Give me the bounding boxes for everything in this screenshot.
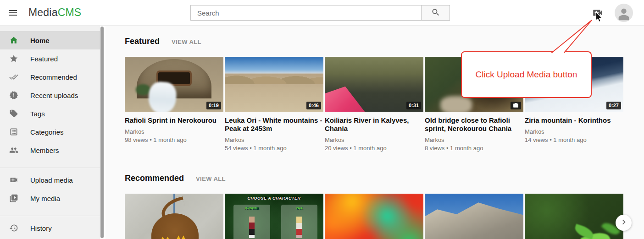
video-thumbnail[interactable]: 0:31 [325,57,423,112]
search-button[interactable] [421,5,450,21]
thumbnail-text: KWAME [233,206,270,210]
person-avatar-icon [616,4,632,22]
video-title[interactable]: Koiliaris River in Kalyves, Chania [325,116,423,133]
thumbnail-art [249,217,255,239]
video-thumbnail[interactable] [325,194,423,239]
sidebar-item-home[interactable]: Home [0,31,100,49]
search-form [190,5,450,21]
video-card [325,194,423,239]
thumbnail-art [573,224,595,239]
carousel-next-button[interactable] [616,215,632,231]
video-card: 0:19 Rafioli Sprint in Nerokourou Markos… [125,57,223,143]
sidebar-item-label: Recommended [30,73,77,81]
video-meta: 98 views • 1 month ago [125,136,223,143]
thumbnail-art: KWAME [233,205,270,239]
duration-badge: 0:31 [406,102,421,109]
logo-suffix: CMS [58,6,82,18]
recommended-section: Recommended VIEW ALL CHOOSE A CHARACTER … [125,174,644,239]
sidebar-scrollbar[interactable] [100,27,104,238]
video-thumbnail[interactable] [525,194,623,239]
video-meta: 14 views • 1 month ago [525,136,623,143]
video-title[interactable]: Old bridge close to Rafioli sprint, Nero… [425,116,523,133]
video-author: Markos [125,128,223,135]
sidebar-item-label: Upload media [30,176,73,184]
home-icon [9,36,18,45]
video-meta: 20 views • 1 month ago [325,145,423,152]
video-thumbnail[interactable] [125,194,223,239]
video-title[interactable]: Ziria mountain - Korinthos [525,116,623,125]
video-title[interactable]: Rafioli Sprint in Nerokourou [125,116,223,125]
video-card: CHOOSE A CHARACTER KWAME YAA Selected Se… [225,194,323,239]
new-releases-icon [9,91,18,100]
logo-prefix: Media [28,6,58,18]
thumbnail-art [325,87,376,112]
video-card: 0:31 Koiliaris River in Kalyves, Chania … [325,57,423,152]
sidebar-item-label: Recent uploads [30,92,78,99]
star-icon [9,54,18,63]
recommended-row: CHOOSE A CHARACTER KWAME YAA Selected Se… [125,194,644,239]
duration-badge: 0:19 [206,102,221,109]
video-author: Markos [225,136,323,143]
section-title: Recommended [125,174,184,183]
sidebar-item-label: History [30,224,52,232]
search-input[interactable] [190,5,421,21]
section-header: Featured VIEW ALL [125,37,644,46]
video-thumbnail[interactable]: CHOOSE A CHARACTER KWAME YAA Selected Se… [225,194,323,239]
thumbnail-art [225,70,323,84]
view-all-link[interactable]: VIEW ALL [172,38,201,45]
video-call-upload-icon [592,13,604,20]
sidebar-item-my-media[interactable]: My media [0,189,100,207]
sidebar-item-categories[interactable]: Categories [0,123,100,141]
thumbnail-text: YAA [281,206,318,210]
done-all-icon [9,72,18,81]
sidebar-item-label: Tags [30,110,45,118]
search-icon [431,8,440,18]
logo[interactable]: MediaCMS [28,6,81,19]
thumbnail-text: CHOOSE A CHARACTER [225,196,323,201]
view-all-link[interactable]: VIEW ALL [196,175,226,182]
thumbnail-art [147,81,177,112]
avatar[interactable] [615,4,633,22]
thumbnail-art [440,96,472,112]
top-bar: MediaCMS [0,0,644,26]
sidebar-item-featured[interactable]: Featured [0,49,100,68]
sidebar-divider [0,168,100,168]
sidebar-item-recommended[interactable]: Recommended [0,68,100,86]
video-thumbnail[interactable] [425,194,523,239]
sidebar-item-tags[interactable]: Tags [0,104,100,123]
annotation-text: Click Upload Media button [476,70,577,80]
history-icon [9,223,18,233]
video-library-icon [9,194,18,203]
sidebar-nav: Home Featured Recommended Recent uploads… [0,26,100,239]
categories-icon [9,127,18,136]
sidebar-item-history[interactable]: History [0,219,100,237]
upload-media-button[interactable] [591,7,604,19]
section-title: Featured [125,37,160,46]
thumbnail-art [136,84,150,95]
video-author: Markos [425,136,523,143]
sidebar-item-recent-uploads[interactable]: Recent uploads [0,86,100,104]
video-author: Markos [325,136,423,143]
video-thumbnail[interactable]: 0:46 [225,57,323,112]
menu-icon [7,13,18,20]
video-card [125,194,223,239]
duration-badge: 0:46 [306,102,321,109]
video-call-upload-icon [9,175,18,185]
sidebar-item-members[interactable]: Members [0,141,100,159]
menu-button[interactable] [6,7,19,18]
thumbnail-art [296,217,302,239]
video-title[interactable]: Leuka Ori - White mountains - Peak at 24… [225,116,323,133]
sidebar-divider [0,216,100,216]
thumbnail-art: YAA [281,205,318,239]
sidebar-item-label: Categories [30,128,64,136]
video-thumbnail[interactable]: 0:19 [125,57,223,112]
tag-icon [9,109,18,118]
video-card [425,194,523,239]
sidebar-item-label: Members [30,147,59,154]
video-meta: 54 views • 1 month ago [225,145,323,152]
chevron-right-icon [619,217,629,228]
video-card [525,194,623,239]
sidebar-item-upload-media[interactable]: Upload media [0,171,100,189]
video-meta: 8 views • 1 month ago [425,145,523,152]
sidebar: Home Featured Recommended Recent uploads… [0,26,105,239]
